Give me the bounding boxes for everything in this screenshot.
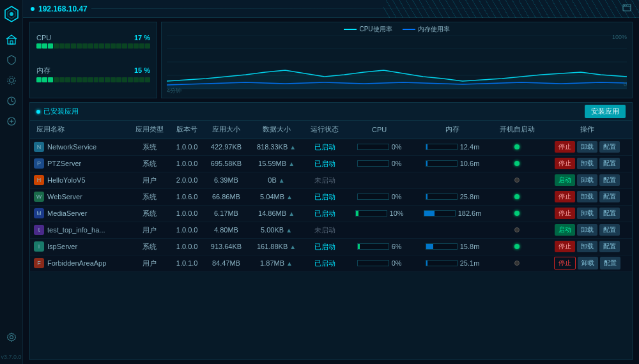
config-btn-5[interactable]: 配置 — [599, 224, 620, 236]
restart-btn-1[interactable]: 卸载 — [577, 158, 597, 169]
uninstall-btn-2[interactable]: 卸载 — [577, 174, 597, 186]
autostart-dot-1[interactable] — [514, 161, 520, 166]
upload-icon-6[interactable]: ▲ — [289, 243, 296, 250]
app-mem-1: 10.6m — [413, 155, 492, 172]
restart-btn-0[interactable]: 卸载 — [577, 141, 597, 153]
logo-icon[interactable] — [3, 5, 20, 23]
cpu-stat: CPU 17 % — [36, 34, 150, 49]
col-header-autostart: 开机自启动 — [492, 121, 543, 139]
sidebar-item-clock[interactable] — [3, 92, 20, 110]
topbar-settings-icon[interactable] — [622, 3, 631, 14]
stop-btn-1[interactable]: 停止 — [555, 158, 575, 169]
autostart-dot-4[interactable] — [514, 211, 520, 216]
bar-segment-13 — [111, 77, 116, 82]
bar-segment-8 — [82, 43, 88, 49]
stop-btn-4[interactable]: 停止 — [555, 208, 575, 219]
start-btn-2[interactable]: 启动 — [555, 174, 575, 186]
app-table: 应用名称 应用类型 版本号 应用大小 数据大小 运行状态 CPU 内存 开机自启… — [30, 121, 632, 272]
mem-mini-bar-6 — [426, 243, 458, 250]
cpu-label: CPU — [36, 34, 51, 42]
bar-segment-1 — [42, 43, 47, 49]
upload-icon-3[interactable]: ▲ — [286, 193, 293, 201]
app-name-cell-1: P PTZServer — [30, 155, 128, 172]
actions-2: 启动 卸载 配置 — [543, 172, 632, 188]
app-name-cell-3: W WebServer — [30, 188, 128, 205]
legend-cpu: CPU使用率 — [344, 25, 392, 34]
sidebar-item-gear[interactable] — [3, 328, 20, 346]
bar-segment-0 — [36, 77, 42, 82]
data-size-6: 161.88KB ▲ — [249, 238, 304, 255]
config-btn-2[interactable]: 配置 — [599, 174, 620, 186]
app-icon-2: H — [34, 175, 44, 185]
config-btn-3[interactable]: 配置 — [599, 191, 620, 202]
app-status-5: 未启动 — [304, 222, 346, 238]
autostart-dot-6[interactable] — [514, 244, 520, 249]
bar-segment-17 — [134, 77, 139, 82]
bar-segment-0 — [36, 43, 42, 49]
upload-icon-4[interactable]: ▲ — [288, 210, 295, 217]
bar-segment-2 — [48, 77, 53, 82]
uninstall-btn-5[interactable]: 卸载 — [577, 224, 597, 236]
autostart-dot-0[interactable] — [514, 144, 520, 149]
mem-mini-fill-7 — [426, 261, 427, 266]
mem-mini-fill-0 — [426, 144, 427, 149]
cpu-bar-track — [36, 43, 150, 49]
bar-segment-1 — [42, 77, 47, 82]
app-panel: 已安装应用 安装应用 应用名称 应用类型 版本号 应用大小 数据大小 运行状态 — [29, 102, 633, 360]
app-size-1: 695.58KB — [204, 155, 249, 172]
start-btn-5[interactable]: 启动 — [555, 224, 575, 236]
legend-cpu-line — [344, 29, 357, 30]
upload-icon-7[interactable]: ▲ — [286, 260, 293, 267]
app-cpu-5 — [346, 222, 413, 238]
stop-btn-7[interactable]: 停止 — [554, 257, 576, 269]
bar-segment-7 — [77, 77, 82, 82]
app-icon-3: W — [34, 192, 44, 202]
data-size-3: 5.04MB ▲ — [249, 188, 304, 205]
sidebar-item-add[interactable] — [3, 112, 20, 130]
upload-icon-1[interactable]: ▲ — [288, 160, 295, 167]
hex-pattern — [383, 0, 639, 18]
autostart-dot-3[interactable] — [514, 194, 520, 199]
config-btn-1[interactable]: 配置 — [599, 158, 620, 169]
app-status-6: 已启动 — [304, 238, 346, 255]
stop-btn-6[interactable]: 停止 — [555, 241, 575, 252]
data-size-2: 0B ▲ — [249, 172, 304, 188]
config-btn-7[interactable]: 配置 — [600, 257, 620, 269]
app-mem-5 — [413, 222, 492, 238]
sidebar-item-shield[interactable] — [3, 51, 20, 69]
autostart-dot-7[interactable] — [514, 261, 520, 266]
sidebar-item-home[interactable] — [3, 31, 20, 49]
bar-segment-16 — [128, 77, 133, 82]
restart-btn-7[interactable]: 卸载 — [578, 257, 598, 269]
app-name-6: IspServer — [47, 243, 77, 250]
config-btn-0[interactable]: 配置 — [599, 141, 620, 153]
autostart-dot-2[interactable] — [514, 178, 520, 183]
restart-btn-6[interactable]: 卸载 — [577, 241, 597, 252]
config-btn-6[interactable]: 配置 — [599, 241, 620, 252]
app-type-5: 用户 — [128, 222, 170, 238]
cpu-pct-label-4: 10% — [390, 209, 404, 217]
upload-icon-0[interactable]: ▲ — [289, 144, 296, 151]
config-btn-4[interactable]: 配置 — [599, 208, 620, 219]
stats-panel: CPU 17 % 内存 15 % — [29, 22, 157, 98]
bar-segment-11 — [99, 77, 104, 82]
autostart-2 — [492, 172, 543, 188]
sidebar-item-settings[interactable] — [3, 72, 20, 89]
restart-btn-3[interactable]: 卸载 — [577, 191, 597, 202]
app-cpu-2 — [346, 172, 413, 188]
stop-btn-0[interactable]: 停止 — [555, 141, 575, 153]
autostart-dot-5[interactable] — [514, 227, 520, 232]
stop-btn-3[interactable]: 停止 — [555, 191, 575, 202]
upload-icon-2[interactable]: ▲ — [279, 177, 285, 184]
restart-btn-4[interactable]: 卸载 — [577, 208, 597, 219]
install-app-button[interactable]: 安装应用 — [585, 105, 626, 118]
bar-segment-14 — [116, 43, 121, 49]
upload-icon-5[interactable]: ▲ — [286, 227, 292, 234]
panel-title-dot — [36, 110, 40, 114]
app-type-2: 用户 — [128, 172, 170, 188]
mem-label-6: 15.8m — [460, 243, 480, 250]
bar-segment-6 — [71, 77, 76, 82]
chart-legend: CPU使用率 内存使用率 — [167, 25, 627, 34]
bar-segment-12 — [105, 77, 110, 82]
bar-segment-9 — [88, 43, 93, 49]
